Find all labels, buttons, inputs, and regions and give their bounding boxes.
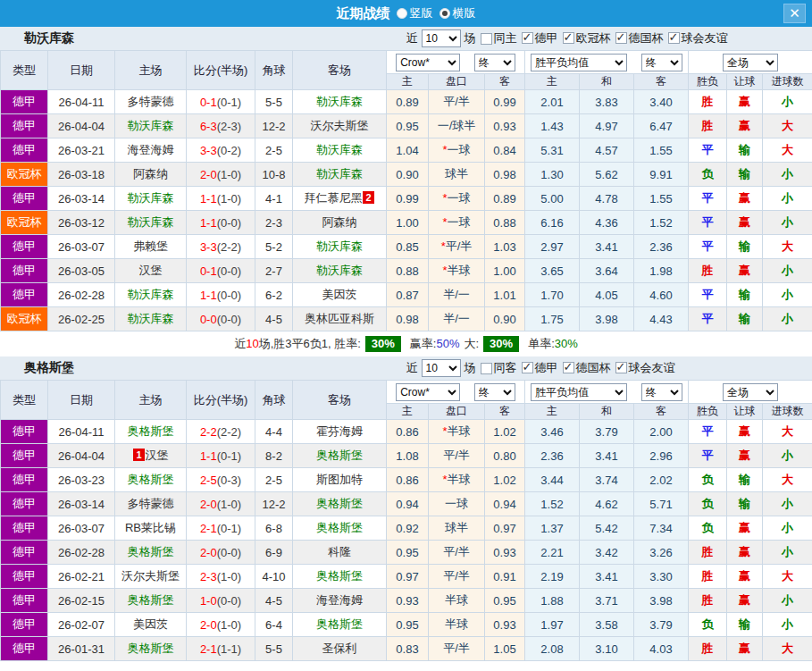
handicap-result-cell: 赢 xyxy=(727,589,763,613)
avg-draw-odds: 3.41 xyxy=(580,444,634,468)
home-team-name: 多特蒙德 xyxy=(128,95,174,108)
home-team-name: 美因茨 xyxy=(133,617,168,631)
avg-away-odds: 4.03 xyxy=(634,637,689,661)
win-draw-loss-cell: 胜 xyxy=(689,114,727,138)
summary-count: 10 xyxy=(246,337,258,350)
home-handicap-odds: 0.95 xyxy=(387,114,429,138)
score-cell: 2-1(1-1) xyxy=(187,637,255,661)
avg-odds-select[interactable]: 胜平负均值 xyxy=(531,54,627,71)
away-team-name: 奥格斯堡 xyxy=(316,569,363,583)
odds-company-select[interactable]: Crow* xyxy=(396,54,460,71)
avg-home-odds: 1.88 xyxy=(525,589,580,613)
summary-record: 场,胜3平6负1, 胜率: xyxy=(259,337,361,350)
match-rows: 德甲26-04-11奥格斯堡2-2(2-2)4-4霍芬海姆0.86*半球1.02… xyxy=(1,420,812,661)
handicap-cell: *半球 xyxy=(429,420,485,444)
home-team-name: 阿森纳 xyxy=(133,167,168,180)
home-team-name: 汉堡 xyxy=(139,264,163,277)
league-filter-checkbox[interactable]: 德甲 xyxy=(522,360,558,376)
home-team-cell: 多特蒙德 xyxy=(115,492,187,516)
match-row: 德甲26-03-14多特蒙德2-0(1-0)12-2奥格斯堡0.94一球0.94… xyxy=(1,492,812,516)
home-team-cell: 汉堡 xyxy=(115,259,187,283)
match-date: 26-02-21 xyxy=(48,565,115,589)
avg-away-odds: 2.36 xyxy=(634,235,689,259)
match-date: 26-02-28 xyxy=(48,541,115,565)
away-team-cell: 斯图加特 xyxy=(293,468,387,492)
handicap-line: 一球 xyxy=(445,497,468,510)
score-cell: 0-0(0-0) xyxy=(187,307,255,331)
avg-odds-select[interactable]: 胜平负均值 xyxy=(531,383,627,401)
half-time-score: (1-0) xyxy=(217,168,241,181)
full-time-score: 3-3 xyxy=(200,144,217,157)
half-time-score: (0-0) xyxy=(217,313,241,326)
goals-result-cell: 小 xyxy=(763,163,812,187)
avg-away-odds: 7.34 xyxy=(634,516,689,541)
league-filter-checkbox[interactable]: 德国杯 xyxy=(563,360,611,376)
section-header: 奥格斯堡 近 10 场 同客 德甲德国杯球会友谊 xyxy=(0,356,812,380)
layout-radio-vertical[interactable]: 竖版 xyxy=(397,5,433,21)
avg-final-select[interactable]: 终 xyxy=(641,383,682,401)
avg-away-odds: 3.98 xyxy=(634,589,689,613)
home-team-name: 勒沃库森 xyxy=(128,119,174,132)
away-team-name: 奥林匹亚科斯 xyxy=(305,312,374,325)
full-time-score: 2-5 xyxy=(200,474,217,487)
handicap-result-cell: 赢 xyxy=(727,211,763,235)
handicap-line: 平/半 xyxy=(446,239,473,253)
league-type-cell: 德甲 xyxy=(1,613,48,637)
handicap-line: 平/半 xyxy=(443,569,470,583)
full-match-select[interactable]: 全场 xyxy=(723,383,778,401)
league-filter-checkbox[interactable]: 球会友谊 xyxy=(615,360,675,376)
home-handicap-odds: 0.94 xyxy=(387,492,429,516)
half-time-score: (0-3) xyxy=(217,474,241,487)
full-time-score: 2-1 xyxy=(200,642,217,656)
home-team-cell: 奥格斯堡 xyxy=(115,420,187,444)
score-cell: 2-2(2-2) xyxy=(187,420,255,444)
avg-draw-odds: 3.98 xyxy=(580,307,634,331)
league-type-cell: 德甲 xyxy=(1,114,48,138)
red-card-badge: 2 xyxy=(363,191,373,204)
score-cell: 2-0(1-0) xyxy=(187,163,255,187)
same-venue-checkbox[interactable]: 同主 xyxy=(481,30,517,46)
league-filter-checkbox[interactable]: 球会友谊 xyxy=(668,30,728,46)
win-draw-loss-cell: 平 xyxy=(689,420,727,444)
handicap-cell: 半/一 xyxy=(429,307,485,331)
recent-count-select[interactable]: 10 xyxy=(422,359,461,377)
home-team-cell: 奥格斯堡 xyxy=(115,589,187,613)
league-type-cell: 欧冠杯 xyxy=(1,163,48,187)
odds-group-header: Crow* 终 xyxy=(387,381,525,404)
full-match-select[interactable]: 全场 xyxy=(723,54,778,71)
goals-result-cell: 大 xyxy=(763,565,812,589)
sub-header-avg-away: 客 xyxy=(634,74,689,90)
corner-cell: 4-10 xyxy=(255,565,293,589)
score-cell: 2-1(0-1) xyxy=(187,516,255,541)
team-section-augsburg: 奥格斯堡 近 10 场 同客 德甲德国杯球会友谊 类型 日期 主场 比分(半场) xyxy=(0,356,812,661)
home-handicap-odds: 0.85 xyxy=(387,235,429,259)
league-filter-checkbox[interactable]: 欧冠杯 xyxy=(563,30,611,46)
col-header-date: 日期 xyxy=(48,381,115,420)
match-date: 26-03-07 xyxy=(48,235,115,259)
away-team-cell: 霍芬海姆 xyxy=(293,420,387,444)
corner-cell: 12-2 xyxy=(255,492,293,516)
match-row: 欧冠杯26-02-25勒沃库森0-0(0-0)4-5奥林匹亚科斯0.98半/一0… xyxy=(1,307,812,331)
avg-final-select[interactable]: 终 xyxy=(641,54,682,71)
league-filter-checkbox[interactable]: 德甲 xyxy=(522,30,558,46)
close-button[interactable]: ✕ xyxy=(783,4,806,23)
away-handicap-odds: 0.93 xyxy=(485,613,525,637)
radio-vertical-label: 竖版 xyxy=(410,5,433,21)
full-time-score: 2-0 xyxy=(200,618,217,632)
recent-count-select[interactable]: 10 xyxy=(422,29,461,47)
col-header-away: 客场 xyxy=(293,51,387,90)
checkbox-icon xyxy=(481,33,492,45)
avg-draw-odds: 3.58 xyxy=(580,613,634,637)
odds-company-select[interactable]: Crow* xyxy=(396,383,460,401)
handicap-result-cell: 赢 xyxy=(727,516,763,541)
home-team-name: 奥格斯堡 xyxy=(128,593,174,607)
games-label: 场 xyxy=(465,360,476,376)
layout-radio-horizontal[interactable]: 横版 xyxy=(439,5,476,21)
league-filter-checkbox[interactable]: 德国杯 xyxy=(615,30,664,46)
same-venue-checkbox[interactable]: 同客 xyxy=(481,360,517,376)
odds-final-select[interactable]: 终 xyxy=(474,383,515,401)
odds-final-select[interactable]: 终 xyxy=(474,54,515,71)
league-type-cell: 德甲 xyxy=(1,444,48,468)
handicap-cell: *一球 xyxy=(429,138,485,163)
match-row: 德甲26-03-07弗赖堡3-3(2-2)5-2勒沃库森0.85*平/半1.03… xyxy=(1,235,812,259)
